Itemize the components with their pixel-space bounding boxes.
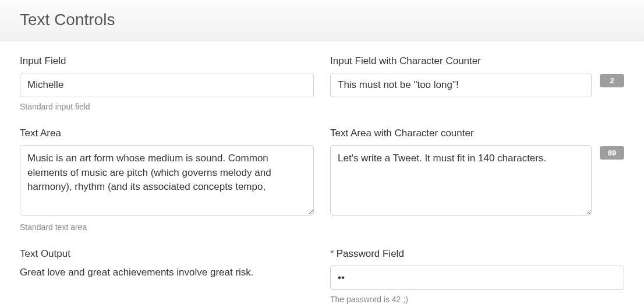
hint-textarea: Standard text area — [20, 222, 314, 232]
col-textarea-counter: Text Area with Character counter 89 — [330, 128, 624, 232]
text-output-value: Great love and great achievements involv… — [20, 266, 314, 280]
col-input-field: Input Field Standard input field — [20, 55, 314, 111]
row-inputs: Input Field Standard input field Input F… — [20, 55, 624, 111]
page-header: Text Controls — [0, 0, 644, 41]
row-output-password: Text Output Great love and great achieve… — [20, 248, 624, 304]
label-password: *Password Field — [330, 248, 624, 260]
textarea-counter-field[interactable] — [330, 145, 592, 215]
row-textareas: Text Area Standard text area Text Area w… — [20, 128, 624, 232]
textarea-counter-wrap: 89 — [330, 145, 624, 215]
label-input-counter: Input Field with Character Counter — [330, 55, 624, 67]
col-text-output: Text Output Great love and great achieve… — [20, 248, 314, 304]
required-mark: * — [330, 248, 334, 259]
page-title: Text Controls — [20, 10, 624, 29]
input-counter-wrap: 2 — [330, 73, 624, 97]
password-field[interactable] — [330, 266, 624, 290]
label-password-text: Password Field — [337, 248, 404, 259]
input-counter-field[interactable] — [330, 73, 592, 97]
input-field[interactable] — [20, 73, 314, 97]
input-counter-badge: 2 — [600, 74, 624, 87]
col-input-counter: Input Field with Character Counter 2 — [330, 55, 624, 111]
col-password: *Password Field The password is 42 ;) — [330, 248, 624, 304]
label-textarea: Text Area — [20, 128, 314, 139]
hint-input-field: Standard input field — [20, 102, 314, 111]
hint-password: The password is 42 ;) — [330, 295, 624, 304]
label-input-field: Input Field — [20, 55, 314, 67]
textarea-field[interactable] — [20, 145, 314, 215]
col-textarea: Text Area Standard text area — [20, 128, 314, 232]
content: Input Field Standard input field Input F… — [0, 41, 644, 304]
label-textarea-counter: Text Area with Character counter — [330, 128, 624, 139]
textarea-counter-badge: 89 — [600, 146, 624, 160]
label-text-output: Text Output — [20, 248, 314, 260]
